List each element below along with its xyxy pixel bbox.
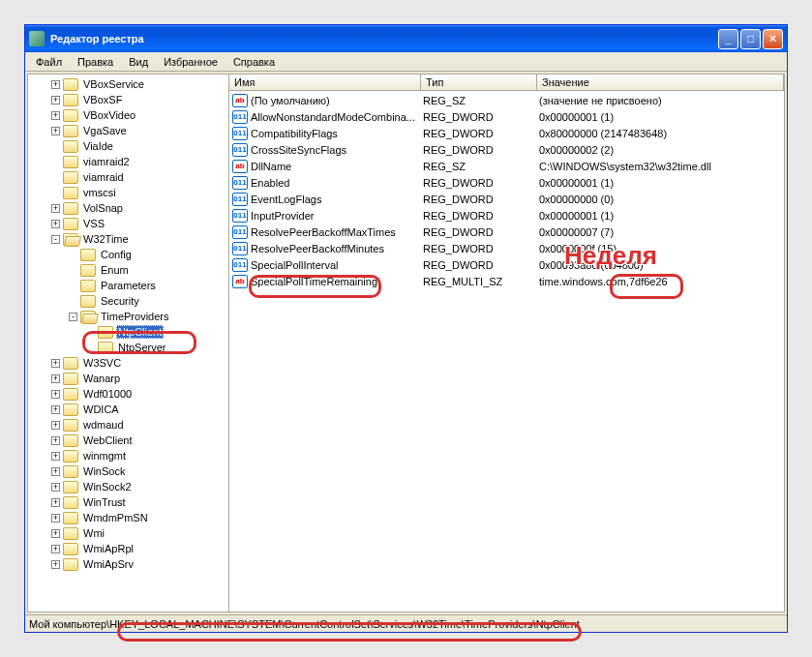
expand-icon[interactable]: + — [51, 452, 60, 461]
tree-node[interactable]: Config — [28, 247, 229, 262]
tree-node[interactable]: +WmdmPmSN — [28, 510, 229, 525]
col-header-name[interactable]: Имя — [229, 75, 421, 90]
list-row[interactable]: ab(По умолчанию)REG_SZ(значение не присв… — [229, 92, 784, 108]
tree-node[interactable]: +WinTrust — [28, 494, 229, 510]
tree-label[interactable]: viamraid — [81, 171, 126, 183]
tree-node[interactable]: NtpClient — [28, 324, 229, 340]
menu-item-1[interactable]: Правка — [71, 54, 120, 70]
list-row[interactable]: 011ResolvePeerBackoffMinutesREG_DWORD0x0… — [229, 240, 784, 256]
tree-pane[interactable]: +VBoxService+VBoxSF+VBoxVideo+VgaSaveVia… — [28, 75, 229, 612]
tree-label[interactable]: Config — [99, 249, 134, 260]
tree-label[interactable]: VSS — [81, 218, 106, 229]
tree-label[interactable]: Wdf01000 — [81, 388, 134, 400]
tree-label[interactable]: Wmi — [81, 527, 106, 539]
tree-label[interactable]: W3SVC — [81, 357, 123, 369]
tree-node[interactable]: ViaIde — [28, 138, 229, 154]
list-row[interactable]: 011ResolvePeerBackoffMaxTimesREG_DWORD0x… — [229, 224, 784, 240]
expand-icon[interactable]: + — [51, 220, 60, 228]
list-row[interactable]: abSpecialPollTimeRemainingREG_MULTI_SZti… — [229, 273, 784, 289]
tree-label[interactable]: W32Time — [81, 233, 131, 245]
tree-node[interactable]: Parameters — [28, 278, 229, 293]
expand-icon[interactable]: + — [51, 421, 60, 430]
minimize-button[interactable]: _ — [718, 29, 738, 49]
tree-node[interactable]: -TimeProviders — [28, 309, 229, 324]
expand-icon[interactable]: + — [51, 374, 60, 383]
tree-node[interactable]: viamraid — [28, 169, 229, 185]
tree-label[interactable]: NtpClient — [116, 325, 164, 339]
list-row[interactable]: 011CrossSiteSyncFlagsREG_DWORD0x00000002… — [229, 141, 784, 158]
expand-icon[interactable]: + — [51, 204, 60, 213]
list-row[interactable]: 011AllowNonstandardModeCombina...REG_DWO… — [229, 108, 784, 125]
expand-icon[interactable]: + — [51, 359, 60, 368]
tree-node[interactable]: +Wdf01000 — [28, 386, 229, 402]
menu-item-4[interactable]: Справка — [226, 54, 282, 70]
tree-label[interactable]: WmdmPmSN — [81, 512, 150, 523]
tree-label[interactable]: WDICA — [81, 403, 121, 415]
expand-icon[interactable]: - — [51, 235, 60, 244]
close-button[interactable]: × — [763, 29, 783, 49]
tree-label[interactable]: NtpServer — [116, 342, 168, 353]
tree-label[interactable]: Parameters — [99, 280, 158, 291]
tree-node[interactable]: +VBoxVideo — [28, 107, 229, 123]
expand-icon[interactable]: + — [51, 498, 60, 507]
titlebar[interactable]: Редактор реестра _ □ × — [25, 25, 787, 52]
tree-node[interactable]: +WebClient — [28, 433, 229, 448]
tree-node[interactable]: +VBoxSF — [28, 92, 229, 107]
tree-label[interactable]: WinTrust — [81, 496, 128, 508]
expand-icon[interactable]: + — [51, 467, 60, 476]
tree-node[interactable]: +WinSock2 — [28, 479, 229, 494]
expand-icon[interactable]: + — [51, 96, 60, 105]
tree-node[interactable]: +VBoxService — [28, 76, 229, 92]
tree-label[interactable]: viamraid2 — [81, 156, 132, 167]
expand-icon[interactable]: + — [51, 390, 60, 399]
tree-node[interactable]: +wdmaud — [28, 417, 229, 433]
tree-node[interactable]: +WmiApSrv — [28, 556, 229, 572]
expand-icon[interactable]: - — [69, 313, 77, 321]
tree-node[interactable]: +Wanarp — [28, 371, 229, 386]
expand-icon[interactable]: + — [51, 529, 60, 538]
expand-icon[interactable]: + — [51, 436, 60, 445]
maximize-button[interactable]: □ — [740, 29, 761, 49]
tree-label[interactable]: WinSock — [81, 465, 127, 477]
tree-label[interactable]: winmgmt — [81, 450, 128, 462]
expand-icon[interactable]: + — [51, 560, 60, 569]
tree-node[interactable]: +Wmi — [28, 525, 229, 541]
tree-node[interactable]: +VgaSave — [28, 123, 229, 138]
tree-label[interactable]: Wanarp — [81, 373, 122, 384]
menu-item-2[interactable]: Вид — [122, 54, 155, 70]
tree-label[interactable]: VBoxVideo — [81, 109, 137, 121]
list-row[interactable]: abDllNameREG_SZC:\WINDOWS\system32\w32ti… — [229, 158, 784, 174]
tree-label[interactable]: Enum — [99, 264, 131, 276]
tree-node[interactable]: +VSS — [28, 216, 229, 231]
expand-icon[interactable]: + — [51, 111, 60, 120]
tree-node[interactable]: +WDICA — [28, 402, 229, 417]
list-row[interactable]: 011EventLogFlagsREG_DWORD0x00000000 (0) — [229, 191, 784, 207]
tree-label[interactable]: WmiApSrv — [81, 558, 135, 570]
expand-icon[interactable]: + — [51, 80, 60, 89]
col-header-type[interactable]: Тип — [421, 75, 537, 90]
tree-label[interactable]: WinSock2 — [81, 481, 134, 493]
tree-node[interactable]: +WinSock — [28, 463, 229, 479]
tree-node[interactable]: Security — [28, 293, 229, 309]
expand-icon[interactable]: + — [51, 514, 60, 523]
col-header-value[interactable]: Значение — [537, 75, 784, 90]
list-row[interactable]: 011InputProviderREG_DWORD0x00000001 (1) — [229, 207, 784, 224]
tree-label[interactable]: VolSnap — [81, 202, 125, 214]
tree-node[interactable]: +WmiApRpl — [28, 541, 229, 556]
expand-icon[interactable]: + — [51, 405, 60, 414]
expand-icon[interactable]: + — [51, 127, 60, 135]
menu-item-0[interactable]: Файл — [29, 54, 69, 70]
tree-label[interactable]: VBoxSF — [81, 94, 124, 105]
tree-label[interactable]: TimeProviders — [99, 311, 171, 322]
tree-node[interactable]: vmscsi — [28, 185, 229, 200]
tree-label[interactable]: WmiApRpl — [81, 543, 135, 554]
tree-node[interactable]: viamraid2 — [28, 154, 229, 169]
tree-node[interactable]: NtpServer — [28, 340, 229, 355]
tree-node[interactable]: -W32Time — [28, 231, 229, 247]
tree-label[interactable]: wdmaud — [81, 419, 126, 431]
tree-label[interactable]: WebClient — [81, 434, 135, 446]
tree-node[interactable]: Enum — [28, 262, 229, 278]
tree-node[interactable]: +winmgmt — [28, 448, 229, 463]
menu-item-3[interactable]: Избранное — [157, 54, 225, 70]
list-body[interactable]: ab(По умолчанию)REG_SZ(значение не присв… — [229, 91, 784, 612]
